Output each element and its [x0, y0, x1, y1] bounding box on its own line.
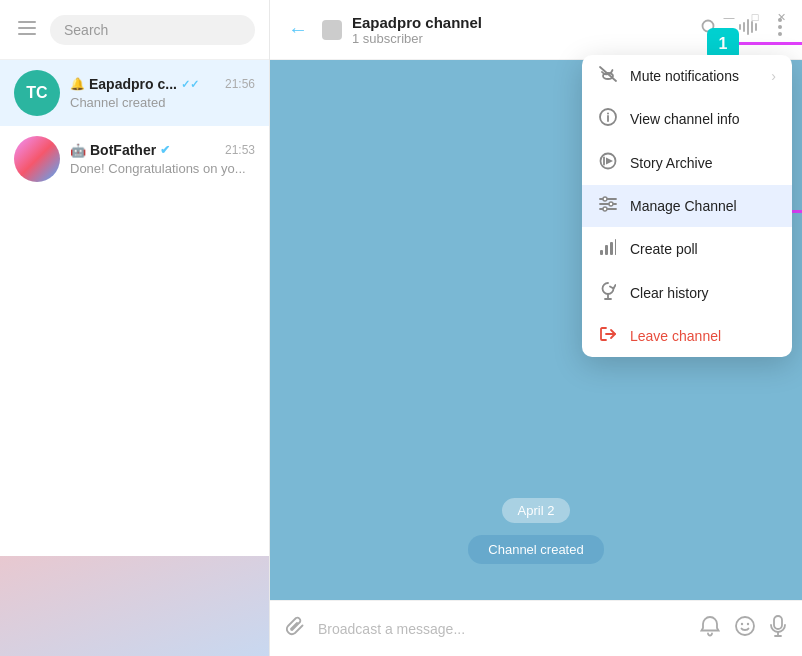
speaker-icon: 🔔 — [70, 77, 85, 91]
broadcast-input[interactable]: Broadcast a message... — [318, 621, 688, 637]
chat-preview-botfather: Done! Congratulations on yo... — [70, 161, 255, 176]
chat-time-eapadpro: 21:56 — [225, 77, 255, 91]
channel-avatar-small — [322, 20, 342, 40]
chat-item-botfather[interactable]: 🤖 BotFather ✔ 21:53 Done! Congratulation… — [0, 126, 269, 192]
menu-item-story-archive[interactable]: Story Archive — [582, 141, 792, 185]
svg-rect-21 — [600, 250, 603, 255]
date-badge: April 2 — [502, 498, 571, 523]
svg-point-20 — [603, 207, 607, 211]
chat-info-botfather: 🤖 BotFather ✔ 21:53 Done! Congratulation… — [70, 142, 255, 176]
menu-item-leave-channel[interactable]: Leave channel — [582, 315, 792, 357]
chat-info-eapadpro: 🔔 Eapadpro c... ✓✓ 21:56 Channel created — [70, 76, 255, 110]
svg-point-28 — [736, 617, 754, 635]
main-chat: ← Eapadpro channel 1 subscriber — [270, 0, 802, 656]
svg-rect-2 — [18, 33, 36, 35]
chat-messages: April 2 Channel created — [270, 498, 802, 580]
info-icon — [598, 108, 618, 130]
svg-rect-23 — [610, 242, 613, 255]
svg-rect-24 — [615, 239, 616, 255]
verified-badge: ✔ — [160, 143, 170, 157]
avatar-botfather — [14, 136, 60, 182]
menu-item-clear-history[interactable]: Clear history — [582, 271, 792, 315]
svg-rect-31 — [774, 616, 782, 629]
chat-item-eapadpro[interactable]: TC 🔔 Eapadpro c... ✓✓ 21:56 Channel crea… — [0, 60, 269, 126]
story-archive-icon — [598, 152, 618, 174]
close-button[interactable]: ✕ — [774, 10, 788, 24]
svg-point-30 — [747, 623, 749, 625]
search-input[interactable]: Search — [50, 15, 255, 45]
svg-point-29 — [741, 623, 743, 625]
annotation-arrow-1 — [739, 42, 802, 45]
chat-footer: Broadcast a message... — [270, 600, 802, 656]
back-button[interactable]: ← — [284, 14, 312, 45]
app-window: Search TC 🔔 Eapadpro c... ✓✓ 21:56 Chann… — [0, 0, 802, 656]
chat-name-eapadpro: 🔔 Eapadpro c... ✓✓ — [70, 76, 199, 92]
footer-right-icons — [700, 615, 786, 642]
avatar-eapadpro: TC — [14, 70, 60, 116]
mute-icon — [598, 66, 618, 86]
chat-list: TC 🔔 Eapadpro c... ✓✓ 21:56 Channel crea… — [0, 60, 269, 556]
emoji-icon[interactable] — [734, 615, 756, 642]
chat-name-botfather: 🤖 BotFather ✔ — [70, 142, 170, 158]
chat-name-row: 🔔 Eapadpro c... ✓✓ 21:56 — [70, 76, 255, 92]
clear-history-icon — [598, 282, 618, 304]
menu-item-mute[interactable]: Mute notifications › — [582, 55, 792, 97]
header-info: Eapadpro channel 1 subscriber — [352, 14, 684, 46]
microphone-icon[interactable] — [770, 615, 786, 642]
dropdown-menu: Mute notifications › View channel info — [582, 55, 792, 357]
notification-icon[interactable] — [700, 615, 720, 642]
attachment-icon[interactable] — [286, 616, 306, 641]
chat-time-botfather: 21:53 — [225, 143, 255, 157]
menu-item-create-poll[interactable]: Create poll — [582, 227, 792, 271]
channel-name: Eapadpro channel — [352, 14, 684, 31]
svg-point-11 — [607, 113, 609, 115]
chat-name-row-botfather: 🤖 BotFather ✔ 21:53 — [70, 142, 255, 158]
hamburger-icon[interactable] — [14, 15, 40, 44]
subscriber-count: 1 subscriber — [352, 31, 684, 46]
sidebar-gradient-decoration — [0, 556, 269, 656]
leave-channel-icon — [598, 326, 618, 346]
create-poll-icon — [598, 238, 618, 260]
svg-rect-22 — [605, 245, 608, 255]
minimize-button[interactable]: — — [722, 10, 736, 24]
manage-channel-icon — [598, 196, 618, 216]
menu-item-view-info[interactable]: View channel info — [582, 97, 792, 141]
sidebar: Search TC 🔔 Eapadpro c... ✓✓ 21:56 Chann… — [0, 0, 270, 656]
system-message-badge: Channel created — [468, 535, 603, 564]
svg-point-19 — [609, 202, 613, 206]
svg-marker-13 — [606, 158, 613, 165]
menu-item-manage-channel[interactable]: Manage Channel — [582, 185, 792, 227]
svg-rect-1 — [18, 27, 36, 29]
double-check-icon: ✓✓ — [181, 78, 199, 91]
svg-point-18 — [603, 197, 607, 201]
sidebar-header: Search — [0, 0, 269, 60]
svg-rect-0 — [18, 21, 36, 23]
chat-preview-eapadpro: Channel created — [70, 95, 255, 110]
bot-icon: 🤖 — [70, 143, 86, 158]
maximize-button[interactable]: □ — [748, 10, 762, 24]
mute-chevron: › — [771, 68, 776, 84]
